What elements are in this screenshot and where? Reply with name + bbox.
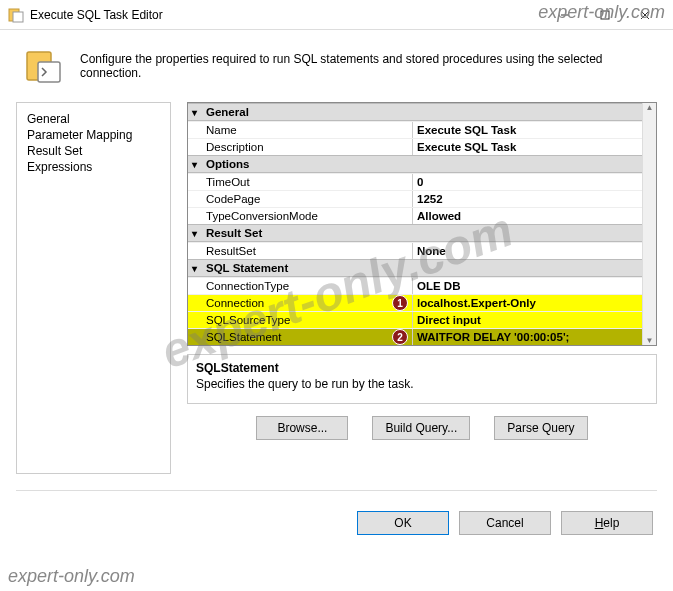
action-buttons: Browse... Build Query... Parse Query [187, 412, 657, 444]
row-description[interactable]: DescriptionExecute SQL Task [188, 138, 656, 155]
help-title: SQLStatement [196, 361, 648, 375]
row-typeconversion[interactable]: TypeConversionModeAllowed [188, 207, 656, 224]
sidebar-item-parameter-mapping[interactable]: Parameter Mapping [27, 127, 160, 143]
footer-buttons: OK Cancel Help [0, 499, 673, 547]
chevron-down-icon: ▾ [192, 228, 206, 239]
header: Configure the properties required to run… [0, 30, 673, 102]
category-general[interactable]: ▾General [188, 103, 656, 121]
category-options[interactable]: ▾Options [188, 155, 656, 173]
chevron-down-icon: ▾ [192, 107, 206, 118]
category-resultset[interactable]: ▾Result Set [188, 224, 656, 242]
row-name[interactable]: NameExecute SQL Task [188, 121, 656, 138]
sidebar-item-expressions[interactable]: Expressions [27, 159, 160, 175]
help-button[interactable]: Help [561, 511, 653, 535]
cancel-button[interactable]: Cancel [459, 511, 551, 535]
ok-button[interactable]: OK [357, 511, 449, 535]
marker-2: 2 [392, 329, 408, 345]
svg-rect-1 [13, 12, 23, 22]
parse-query-button[interactable]: Parse Query [494, 416, 587, 440]
header-description: Configure the properties required to run… [80, 52, 649, 80]
marker-1: 1 [392, 295, 408, 311]
help-pane: SQLStatement Specifies the query to be r… [187, 354, 657, 404]
sidebar: General Parameter Mapping Result Set Exp… [16, 102, 171, 474]
separator [16, 490, 657, 491]
property-grid[interactable]: ▲▼ ▾General NameExecute SQL Task Descrip… [187, 102, 657, 346]
browse-button[interactable]: Browse... [256, 416, 348, 440]
task-icon [24, 46, 64, 86]
row-connection[interactable]: Connection1localhost.Expert-Only [188, 294, 656, 311]
svg-rect-7 [38, 62, 60, 82]
watermark-bottom: expert-only.com [8, 566, 135, 587]
build-query-button[interactable]: Build Query... [372, 416, 470, 440]
row-sqlsourcetype[interactable]: SQLSourceTypeDirect input [188, 311, 656, 328]
sidebar-item-result-set[interactable]: Result Set [27, 143, 160, 159]
row-timeout[interactable]: TimeOut0 [188, 173, 656, 190]
help-text: Specifies the query to be run by the tas… [196, 377, 648, 391]
chevron-down-icon: ▾ [192, 159, 206, 170]
row-codepage[interactable]: CodePage1252 [188, 190, 656, 207]
window-title: Execute SQL Task Editor [30, 8, 545, 22]
row-connectiontype[interactable]: ConnectionTypeOLE DB [188, 277, 656, 294]
chevron-down-icon: ▾ [192, 263, 206, 274]
app-icon [8, 7, 24, 23]
row-resultset[interactable]: ResultSetNone [188, 242, 656, 259]
sidebar-item-general[interactable]: General [27, 111, 160, 127]
watermark-top: expert-only.com [538, 2, 665, 23]
row-sqlstatement[interactable]: SQLStatement2WAITFOR DELAY '00:00:05'; [188, 328, 656, 345]
category-sqlstatement[interactable]: ▾SQL Statement [188, 259, 656, 277]
